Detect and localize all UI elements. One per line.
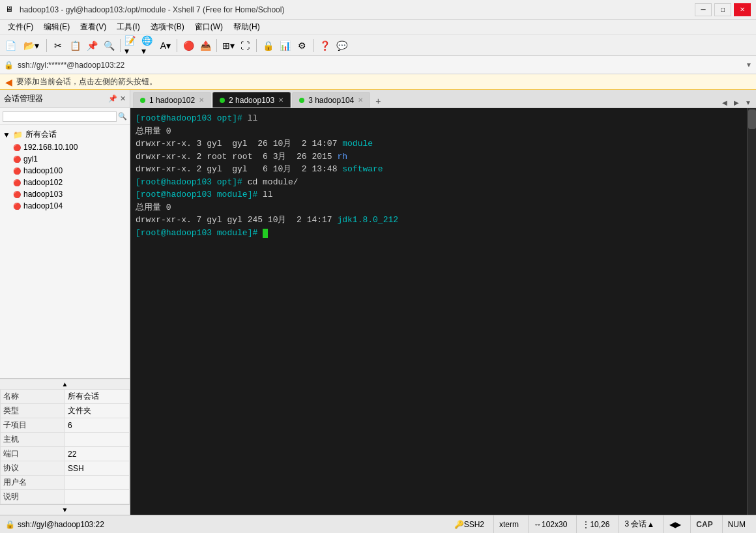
infobar: ◀ 要添加当前会话，点击左侧的箭头按钮。 [0, 74, 756, 90]
tab-close-104[interactable]: ✕ [358, 96, 363, 104]
tab-close-102[interactable]: ✕ [199, 96, 204, 104]
menu-tabs[interactable]: 选项卡(B) [145, 20, 190, 34]
toolbar-paste[interactable]: 📌 [84, 38, 100, 53]
term-line-4: drwxr-xr-x. 2 root root 6 3月 26 2015 rh [136, 151, 742, 164]
tree-root-all-sessions[interactable]: ▼ 📁 所有会话 [3, 128, 127, 141]
session-label-h104: hadoop104 [23, 201, 63, 210]
prop-value-port: 22 [65, 447, 130, 461]
tabbar: 1 hadoop102 ✕ 2 hadoop103 ✕ 3 hadoop104 … [130, 90, 756, 108]
nav-right-icon[interactable]: ▶ [675, 520, 681, 529]
status-sessions-val: 3 会话 [624, 519, 647, 530]
scrollbar-thumb[interactable] [748, 109, 756, 129]
cap-label: CAP [696, 520, 712, 529]
menu-edit[interactable]: 编辑(E) [38, 20, 75, 34]
toolbar-scripting[interactable]: 📊 [277, 38, 293, 53]
session-item-hadoop102[interactable]: 🔴 hadoop102 [13, 177, 127, 188]
maximize-button[interactable]: □ [714, 3, 731, 16]
toolbar-chat[interactable]: 💬 [334, 38, 349, 53]
tab-label-103: 2 hadoop103 [229, 96, 274, 105]
main-area: 会话管理器 📌 ✕ 🔍 ▼ 📁 所有会话 🔴 192.168.10.100 [0, 90, 756, 515]
tab-nav-left[interactable]: ◀ [720, 97, 730, 108]
term-line-5: drwxr-xr-x. 2 gyl gyl 6 10月 2 13:48 soft… [136, 163, 742, 176]
toolbar-copy[interactable]: 📋 [67, 38, 83, 53]
menu-file[interactable]: 文件(F) [3, 20, 38, 34]
tab-hadoop103[interactable]: 2 hadoop103 ✕ [212, 92, 291, 108]
session-item-192[interactable]: 🔴 192.168.10.100 [13, 141, 127, 153]
toolbar-settings[interactable]: ⚙ [294, 38, 310, 53]
minimize-button[interactable]: ─ [695, 3, 712, 16]
term-line-10: [root@hadoop103 module]# [136, 227, 742, 240]
tab-close-103[interactable]: ✕ [278, 96, 284, 104]
tab-dot-102 [140, 98, 145, 103]
status-pos-val: 10,26 [590, 520, 609, 529]
session-item-hadoop100[interactable]: 🔴 hadoop100 [13, 165, 127, 177]
app-icon: 🖥 [5, 5, 16, 15]
toolbar-layout[interactable]: ⊞▾ [220, 38, 236, 53]
toolbar-fullscreen[interactable]: ⛶ [237, 38, 253, 53]
term-line-3: drwxr-xr-x. 3 gyl gyl 26 10月 2 14:07 mod… [136, 137, 742, 151]
session-item-hadoop104[interactable]: 🔴 hadoop104 [13, 200, 127, 212]
close-button[interactable]: ✕ [734, 3, 751, 16]
prop-label-children: 子项目 [1, 418, 65, 433]
menu-window[interactable]: 窗口(W) [190, 20, 228, 34]
statusbar: 🔒 ssh://gyl@hadoop103:22 🔑 SSH2 xterm ↔ … [0, 515, 756, 533]
status-protocol: SSH2 [464, 520, 484, 529]
menu-tools[interactable]: 工具(I) [111, 20, 145, 34]
toolbar-new[interactable]: 📄 [3, 38, 18, 53]
toolbar-cut[interactable]: ✂ [50, 38, 66, 53]
prop-row-children: 子项目 6 [1, 418, 130, 433]
status-nav-arrows[interactable]: ◀ ▶ [663, 515, 686, 534]
prop-label-user: 用户名 [1, 476, 65, 490]
titlebar: 🖥 hadoop103 - gyl@hadoop103:/opt/module … [0, 0, 756, 20]
menu-view[interactable]: 查看(V) [75, 20, 111, 34]
prop-row-user: 用户名 [1, 476, 130, 490]
tree-root-label: 所有会话 [25, 129, 57, 140]
toolbar-find[interactable]: 🔍 [101, 38, 117, 53]
sidebar-close-icon[interactable]: ✕ [120, 94, 126, 103]
tab-hadoop102[interactable]: 1 hadoop102 ✕ [133, 92, 211, 108]
prop-label-port: 端口 [1, 447, 65, 461]
toolbar-connect[interactable]: 🌐▾ [141, 38, 156, 53]
toolbar-sep4 [216, 39, 217, 52]
window-title: hadoop103 - gyl@hadoop103:/opt/module - … [20, 5, 695, 14]
session-item-gyl1[interactable]: 🔴 gyl1 [13, 153, 127, 165]
menubar: 文件(F) 编辑(E) 查看(V) 工具(I) 选项卡(B) 窗口(W) 帮助(… [0, 20, 756, 35]
conn-icon-h103: 🔴 [13, 191, 21, 198]
props-scroll-up[interactable]: ▲ [0, 379, 130, 389]
tab-nav-right[interactable]: ▶ [731, 97, 742, 108]
session-label-h102: hadoop102 [23, 178, 63, 187]
toolbar-font[interactable]: A▾ [158, 38, 173, 53]
session-item-hadoop103[interactable]: 🔴 hadoop103 [13, 188, 127, 200]
props-table: 名称 所有会话 类型 文件夹 子项目 6 主机 端口 22 [0, 389, 130, 504]
tab-add-button[interactable]: + [371, 94, 385, 108]
toolbar-sep6 [313, 39, 313, 52]
prop-value-desc [65, 490, 130, 504]
toolbar-open[interactable]: 📂▾ [20, 38, 43, 53]
status-size: ↔ 102x30 [528, 515, 572, 534]
toolbar-lock[interactable]: 🔒 [260, 38, 276, 53]
prop-label-name: 名称 [1, 390, 65, 404]
terminal[interactable]: [root@hadoop103 opt]# ll 总用量 0 drwxr-xr-… [130, 108, 747, 515]
toolbar-xftp[interactable]: 📤 [197, 38, 213, 53]
sidebar-title: 会话管理器 [4, 93, 108, 104]
terminal-scrollbar[interactable] [747, 108, 756, 515]
menu-help[interactable]: 帮助(H) [228, 20, 265, 34]
sidebar-tree: ▼ 📁 所有会话 🔴 192.168.10.100 🔴 gyl1 🔴 hadoo… [0, 125, 130, 378]
sidebar-search-input[interactable] [3, 111, 117, 122]
prop-row-type: 类型 文件夹 [1, 404, 130, 418]
toolbar-stop[interactable]: 🔴 [181, 38, 196, 53]
info-arrow-icon: ◀ [5, 77, 12, 87]
address-dropdown[interactable]: ▼ [746, 61, 752, 68]
toolbar-compose[interactable]: 📝▾ [124, 38, 139, 53]
nav-left-icon[interactable]: ◀ [669, 520, 675, 529]
tab-hadoop104[interactable]: 3 hadoop104 ✕ [292, 92, 370, 108]
tab-dot-103 [220, 98, 225, 103]
conn-icon-h100: 🔴 [13, 167, 21, 175]
sidebar-pin-icon[interactable]: 📌 [108, 94, 117, 103]
address-text[interactable]: ssh://gyl:******@hadoop103:22 [18, 61, 742, 70]
prop-value-proto: SSH [65, 461, 130, 476]
props-scroll-down[interactable]: ▼ [0, 504, 130, 515]
toolbar-help[interactable]: ❓ [317, 38, 332, 53]
toolbar-sep1 [46, 39, 47, 52]
tab-nav-down[interactable]: ▼ [743, 97, 753, 108]
